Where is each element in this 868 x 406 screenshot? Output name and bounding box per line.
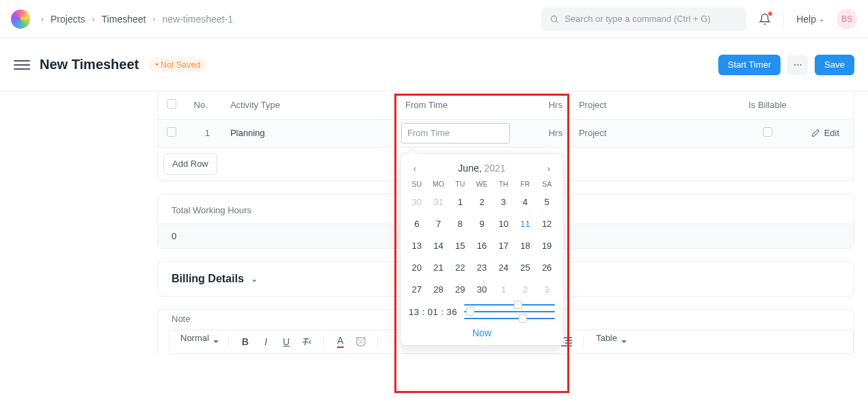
highlight-button[interactable] <box>351 333 370 351</box>
col-hrs: Hrs <box>514 92 571 119</box>
calendar-day[interactable]: 30 <box>406 195 428 210</box>
calendar-day[interactable]: 14 <box>428 239 450 254</box>
calendar-day[interactable]: 29 <box>449 282 471 297</box>
search-icon <box>550 14 559 24</box>
chevron-down-icon: ⌄ <box>819 15 824 23</box>
bold-button[interactable]: B <box>236 333 255 351</box>
datepicker-popover: ‹ June, 2021 › SUMOTUWETHFRSA30311234567… <box>400 153 564 346</box>
clear-format-button[interactable]: Tx <box>297 333 316 351</box>
search-placeholder: Search or type a command (Ctrl + G) <box>565 14 711 24</box>
breadcrumb-item[interactable]: Projects <box>51 14 85 25</box>
calendar-day[interactable]: 23 <box>471 260 493 275</box>
calendar-day[interactable]: 3 <box>536 282 558 297</box>
status-badge: Not Saved <box>148 57 207 72</box>
dow-label: WE <box>471 180 493 188</box>
dow-label: MO <box>428 180 450 188</box>
calendar-day[interactable]: 25 <box>515 260 537 275</box>
calendar-day[interactable]: 26 <box>536 260 558 275</box>
row-checkbox[interactable] <box>167 127 176 137</box>
calendar-day[interactable]: 6 <box>406 217 428 232</box>
breadcrumb-item-current: new-timesheet-1 <box>162 14 233 25</box>
calendar-day[interactable]: 18 <box>515 239 537 254</box>
text-color-button[interactable]: A <box>331 333 350 351</box>
prev-month-button[interactable]: ‹ <box>407 161 422 176</box>
calendar-day[interactable]: 1 <box>493 282 515 297</box>
dow-label: TH <box>493 180 515 188</box>
table-row: 1 Planning From Time Hrs Project Edit <box>158 119 854 147</box>
add-row-button[interactable]: Add Row <box>163 153 217 175</box>
calendar-day[interactable]: 15 <box>449 239 471 254</box>
calendar-day[interactable]: 5 <box>536 195 558 210</box>
help-menu[interactable]: Help ⌄ <box>796 14 824 25</box>
notifications-button[interactable] <box>759 13 771 25</box>
calendar-day[interactable]: 28 <box>428 282 450 297</box>
app-logo[interactable] <box>11 10 30 29</box>
highlight-icon <box>355 336 366 347</box>
project-input[interactable]: Project <box>571 119 738 147</box>
now-button[interactable]: Now <box>401 322 563 341</box>
hrs-input[interactable]: Hrs <box>514 119 571 147</box>
calendar-day[interactable]: 10 <box>493 217 515 232</box>
calendar-day[interactable]: 12 <box>536 217 558 232</box>
hour-slider[interactable] <box>464 304 555 306</box>
calendar-day[interactable]: 22 <box>449 260 471 275</box>
billable-checkbox[interactable] <box>763 127 772 137</box>
calendar-day[interactable]: 17 <box>493 239 515 254</box>
from-time-input[interactable]: From Time <box>401 123 510 144</box>
paragraph-style-select[interactable]: Normal <box>175 333 221 351</box>
calendar-day[interactable]: 30 <box>471 282 493 297</box>
notification-dot <box>768 12 772 16</box>
calendar-day[interactable]: 3 <box>493 195 515 210</box>
navbar: › Projects › Timesheet › new-timesheet-1… <box>0 0 868 38</box>
start-timer-button[interactable]: Start Timer <box>718 55 781 75</box>
help-label: Help <box>796 14 816 25</box>
calendar-day[interactable]: 13 <box>406 239 428 254</box>
minute-slider[interactable] <box>464 311 555 312</box>
calendar-day[interactable]: 24 <box>493 260 515 275</box>
underline-button[interactable]: U <box>277 333 296 351</box>
second-slider[interactable] <box>464 318 555 319</box>
calendar-day[interactable]: 1 <box>449 195 471 210</box>
more-actions-button[interactable]: ⋯ <box>787 55 808 75</box>
next-month-button[interactable]: › <box>541 161 556 176</box>
italic-button[interactable]: I <box>256 333 275 351</box>
calendar-day[interactable]: 20 <box>406 260 428 275</box>
calendar-day[interactable]: 19 <box>536 239 558 254</box>
edit-label: Edit <box>824 128 839 138</box>
calendar-day[interactable]: 21 <box>428 260 450 275</box>
datepicker-title[interactable]: June, 2021 <box>458 163 505 174</box>
calendar-day[interactable]: 31 <box>428 195 450 210</box>
col-no: No. <box>186 92 222 119</box>
calendar-day[interactable]: 11 <box>515 217 537 232</box>
calendar-day[interactable]: 8 <box>449 217 471 232</box>
table-insert-select[interactable]: Table <box>591 333 629 351</box>
dow-label: SA <box>536 180 558 188</box>
calendar-day[interactable]: 2 <box>515 282 537 297</box>
calendar-day[interactable]: 27 <box>406 282 428 297</box>
calendar-day[interactable]: 2 <box>471 195 493 210</box>
breadcrumb-item[interactable]: Timesheet <box>102 14 146 25</box>
calendar-day[interactable]: 9 <box>471 217 493 232</box>
menu-toggle-button[interactable] <box>14 57 30 73</box>
pencil-icon <box>811 128 820 137</box>
activity-cell[interactable]: Planning <box>222 119 397 147</box>
svg-line-1 <box>556 21 558 23</box>
chevron-right-icon: › <box>152 14 155 24</box>
select-all-checkbox[interactable] <box>167 99 176 109</box>
save-button[interactable]: Save <box>815 55 854 75</box>
calendar-day[interactable]: 16 <box>471 239 493 254</box>
row-no: 1 <box>186 119 222 147</box>
time-value: 13 : 01 : 36 <box>409 307 457 317</box>
billing-heading: Billing Details <box>172 273 244 285</box>
search-input[interactable]: Search or type a command (Ctrl + G) <box>541 8 746 31</box>
chevron-right-icon: › <box>41 14 44 24</box>
dow-label: SU <box>406 180 428 188</box>
svg-point-0 <box>552 16 557 21</box>
edit-row-button[interactable]: Edit <box>805 128 845 138</box>
calendar-day[interactable]: 4 <box>515 195 537 210</box>
avatar[interactable]: BS <box>837 9 857 29</box>
page-header: New Timesheet Not Saved Start Timer ⋯ Sa… <box>0 38 868 92</box>
calendar-day[interactable]: 7 <box>428 217 450 232</box>
col-project: Project <box>571 92 738 119</box>
chevron-down-icon: ⌄ <box>251 274 258 284</box>
